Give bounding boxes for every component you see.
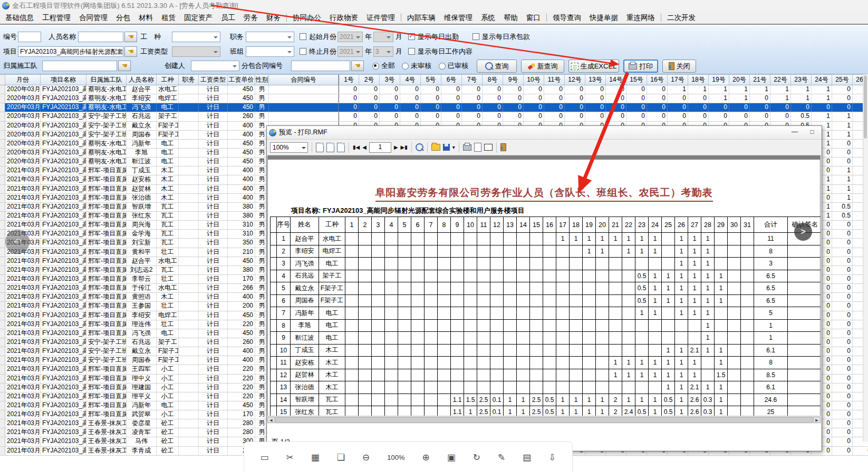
grid-header-month[interactable]: 月份: [5, 75, 41, 85]
grid-header-contract[interactable]: 合同编号: [269, 75, 339, 85]
menu-item-重连网络[interactable]: 重连网络: [622, 13, 659, 23]
grid-header-day[interactable]: 19号: [709, 75, 729, 85]
close-preview-icon[interactable]: [500, 143, 506, 151]
show-daily-checkbox[interactable]: [408, 33, 415, 40]
page-layout-1-icon[interactable]: [316, 143, 324, 152]
rotate-icon[interactable]: ↻: [473, 453, 480, 462]
radio-all[interactable]: [372, 63, 379, 70]
grid-header-day[interactable]: 22号: [770, 75, 791, 85]
grid-header-day[interactable]: 15号: [626, 75, 647, 85]
menu-item-领导查询[interactable]: 领导查询: [548, 13, 585, 23]
menu-item-员工[interactable]: 员工: [217, 13, 239, 23]
save-icon[interactable]: [443, 144, 450, 151]
grid-header-gender[interactable]: 性别: [255, 75, 269, 85]
grid-header-day[interactable]: 18号: [688, 75, 709, 85]
menu-item-快捷单据[interactable]: 快捷单据: [585, 13, 622, 23]
person-input[interactable]: [78, 32, 123, 42]
page-number-input[interactable]: 1: [369, 142, 391, 153]
export-excel-button[interactable]: 生成EXCEL: [568, 60, 619, 73]
menu-item-劳务[interactable]: 劳务: [239, 13, 262, 23]
maximize-button[interactable]: □: [804, 127, 820, 137]
fit-icon[interactable]: ▣: [447, 453, 456, 462]
project-input[interactable]: FYJA202103_高能同步辐射光源配套综合实验楼和用户服务楼项目: [18, 46, 123, 57]
menu-item-二次开发[interactable]: 二次开发: [663, 13, 700, 23]
grid-header-day[interactable]: 17号: [668, 75, 688, 85]
project-picker-hand-icon[interactable]: ☚: [124, 46, 137, 57]
grid-header-day[interactable]: 16号: [647, 75, 668, 85]
grid-header-trade[interactable]: 工种: [157, 75, 179, 85]
window-icon[interactable]: ▭: [260, 453, 268, 462]
grid-header-day[interactable]: 9号: [503, 75, 524, 85]
download-icon[interactable]: ⇩: [548, 453, 556, 462]
first-page-icon[interactable]: ▮◀: [353, 142, 360, 153]
zoom-level-label[interactable]: 100%: [387, 454, 404, 461]
main-vertical-scrollbar[interactable]: [863, 74, 868, 441]
start-year-select[interactable]: 2021: [337, 32, 363, 42]
menu-item-行政物资[interactable]: 行政物资: [325, 13, 362, 23]
duty-select[interactable]: [246, 32, 294, 42]
menu-item-合同管理[interactable]: 合同管理: [75, 13, 112, 23]
query-button[interactable]: 查询: [477, 60, 517, 73]
table-row[interactable]: 2020年03月FYJA202103_高能同步辐射光源配套综合实验楼和用户服务楼…: [0, 94, 868, 103]
grid-header-day[interactable]: 2号: [359, 75, 380, 85]
zoom-tool-icon[interactable]: [416, 143, 423, 151]
zoom-select[interactable]: 100%: [270, 142, 308, 153]
grid-header-team[interactable]: 归属施工队: [86, 75, 127, 85]
group-select[interactable]: [246, 46, 294, 57]
menu-item-租赁[interactable]: 租赁: [157, 13, 180, 23]
page-layout-3-icon[interactable]: [337, 143, 345, 152]
menu-item-分包[interactable]: 分包: [112, 13, 134, 23]
person-picker-hand-icon[interactable]: ☚: [124, 32, 137, 42]
grid-icon[interactable]: ▦: [311, 453, 320, 462]
grid-header-day[interactable]: 11号: [544, 75, 565, 85]
next-page-icon[interactable]: ▶: [394, 142, 398, 153]
menu-item-材料[interactable]: 材料: [134, 13, 157, 23]
menu-item-系统[interactable]: 系统: [477, 13, 499, 23]
copy-icon[interactable]: ▤: [523, 453, 531, 462]
menu-item-固定资产[interactable]: 固定资产: [180, 13, 217, 23]
trade-select[interactable]: [172, 32, 220, 42]
grid-header-name[interactable]: 人员名称: [127, 75, 157, 85]
print-icon[interactable]: [463, 144, 471, 151]
grid-header-project[interactable]: 项目名称: [41, 75, 86, 85]
grid-header-day[interactable]: 24号: [812, 75, 832, 85]
last-page-icon[interactable]: ▶▮: [401, 142, 408, 153]
team-input[interactable]: [42, 61, 117, 71]
no-input[interactable]: [18, 32, 41, 42]
prev-page-icon[interactable]: ◀: [362, 142, 367, 153]
zoom-in-icon[interactable]: ⊕: [422, 453, 429, 462]
menu-item-协同办公[interactable]: 协同办公: [288, 13, 325, 23]
close-button[interactable]: 关闭: [662, 60, 696, 73]
grid-header-duty[interactable]: 职务: [179, 75, 199, 85]
end-month-checkbox[interactable]: [300, 48, 306, 55]
print-button[interactable]: 打印: [623, 60, 658, 73]
save-dropdown-icon[interactable]: ▾: [452, 142, 455, 153]
grid-header-day[interactable]: 1号: [339, 75, 359, 85]
preview-hscrollbar[interactable]: ◀ ▶: [267, 416, 821, 424]
page-layout-2-icon[interactable]: [326, 143, 334, 152]
grid-header-day[interactable]: 12号: [565, 75, 585, 85]
menu-item-维保管理[interactable]: 维保管理: [440, 13, 477, 23]
creator-select[interactable]: [191, 61, 239, 71]
end-month-select[interactable]: 3: [373, 46, 393, 57]
preview-titlebar[interactable]: 预览 - 打印.RMF — □: [267, 126, 822, 140]
subcontract-picker-hand-icon[interactable]: ☚: [351, 61, 364, 71]
end-year-select[interactable]: 2021: [337, 46, 363, 57]
crop-icon[interactable]: ✂: [286, 453, 294, 462]
grid-header-day[interactable]: 8号: [483, 75, 503, 85]
grid-header-day[interactable]: 20号: [729, 75, 750, 85]
grid-header-day[interactable]: 14号: [606, 75, 626, 85]
frame-icon[interactable]: ❏: [337, 453, 345, 462]
grid-header-day[interactable]: 7号: [462, 75, 483, 85]
scroll-thumb[interactable]: [275, 417, 813, 423]
menu-item-工程管理[interactable]: 工程管理: [38, 13, 75, 23]
table-row[interactable]: 2020年03月FYJA202103_高能同步辐射光源配套综合实验楼和用户服务楼…: [0, 85, 868, 94]
start-month-checkbox[interactable]: [300, 33, 306, 40]
table-row[interactable]: 2020年03月FYJA202103_高能同步辐射光源配套综合实验楼和用户服务楼…: [0, 103, 868, 112]
grid-header-day[interactable]: 21号: [750, 75, 770, 85]
grid-header-day[interactable]: 3号: [380, 75, 400, 85]
start-month-select[interactable]: [373, 32, 393, 42]
menu-item-证件管理[interactable]: 证件管理: [362, 13, 399, 23]
grid-header-day[interactable]: 25号: [832, 75, 853, 85]
edit-icon[interactable]: ✎: [498, 453, 505, 462]
